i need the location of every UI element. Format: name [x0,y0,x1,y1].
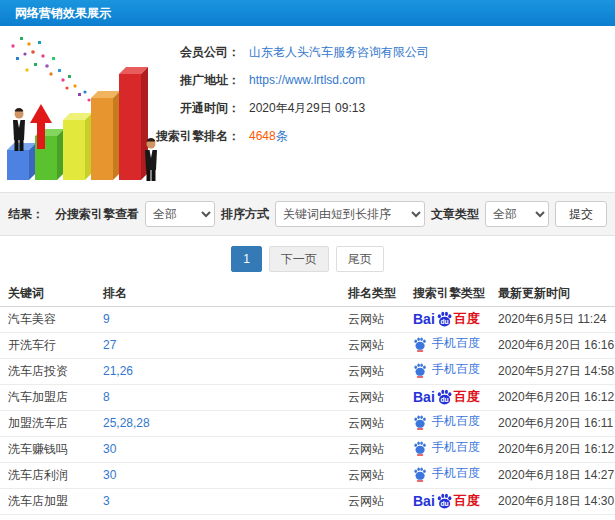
updated-time-cell: 2020年6月18日 14:30 [490,488,615,514]
keyword-cell: 洗车店利润 [0,462,95,488]
baidu-logo-cn: 百度 [454,388,480,406]
mobile-baidu-paw-icon [413,336,427,352]
table-row: 开洗车行27云网站 手机百度2020年6月20日 16:16 [0,332,615,358]
page-title: 网络营销效果展示 [15,5,111,22]
rank-type-cell: 云网站 [340,358,405,384]
mobile-baidu-logo: 手机百度 [413,413,480,430]
engine-filter-select[interactable]: 全部 [145,201,215,227]
sort-mode-label: 排序方式 [221,206,269,223]
header-keyword: 关键词 [0,281,95,306]
bar-orange [91,91,120,180]
growth-chart-illustration [3,28,165,190]
header-rank-type: 排名类型 [340,281,405,306]
rank-count-number: 4648 [249,129,276,143]
mobile-baidu-logo: 手机百度 [413,465,480,482]
keyword-cell: 加盟洗车店 [0,410,95,436]
bar-red [119,67,148,180]
baidu-logo-cn: 百度 [454,310,480,328]
engine-type-cell: 手机百度 [405,436,490,462]
svg-text:du: du [440,395,448,402]
mobile-baidu-logo: 手机百度 [413,361,480,378]
baidu-logo: Bai du百度 [413,388,480,407]
rank-link[interactable]: 30 [95,436,340,462]
keyword-cell: 洗车赚钱吗 [0,436,95,462]
baidu-logo: Bai du百度 [413,310,480,329]
rank-link[interactable]: 3 [95,488,340,514]
table-row: 加盟洗车店25,28,28云网站 手机百度2020年6月20日 16:11 [0,410,615,436]
table-row: 汽车加盟店8云网站Bai du百度2020年6月20日 16:12 [0,384,615,410]
member-info-panel: 会员公司： 山东老人头汽车服务咨询有限公司 推广地址： https://www.… [0,26,615,192]
mobile-baidu-label: 手机百度 [432,439,480,456]
results-table-body: 汽车美容9云网站Bai du百度2020年6月5日 11:24开洗车行27云网站… [0,306,615,514]
rank-type-cell: 云网站 [340,410,405,436]
promo-url-link[interactable]: https://www.lrtlsd.com [249,73,365,87]
baidu-logo: Bai du百度 [413,492,480,511]
baidu-logo-latin: Bai [413,389,435,405]
mobile-baidu-label: 手机百度 [432,413,480,430]
pagination-next-button[interactable]: 下一页 [269,246,329,272]
rank-type-cell: 云网站 [340,488,405,514]
bar-yellow [63,113,92,180]
baidu-paw-icon: du [436,388,453,407]
businessman-right [145,138,157,181]
keyword-cell: 洗车店加盟 [0,488,95,514]
result-label: 结果： [8,206,44,223]
rank-link[interactable]: 25,28,28 [95,410,340,436]
rank-type-cell: 云网站 [340,462,405,488]
company-name-link[interactable]: 山东老人头汽车服务咨询有限公司 [249,44,429,61]
rank-count-value: 4648条 [249,128,288,145]
engine-type-cell: Bai du百度 [405,384,490,410]
keyword-cell: 汽车美容 [0,306,95,332]
table-row: 汽车美容9云网站Bai du百度2020年6月5日 11:24 [0,306,615,332]
header-engine-type: 搜索引擎类型 [405,281,490,306]
svg-text:du: du [440,499,448,506]
article-type-label: 文章类型 [431,206,479,223]
rank-link[interactable]: 8 [95,384,340,410]
engine-type-cell: Bai du百度 [405,488,490,514]
rank-count-unit: 条 [276,129,288,143]
svg-text:du: du [440,317,448,324]
pagination-page-1[interactable]: 1 [231,246,262,272]
table-row: 洗车店投资21,26云网站 手机百度2020年5月27日 14:58 [0,358,615,384]
open-time-value: 2020年4月29日 09:13 [249,100,365,117]
mobile-baidu-label: 手机百度 [432,361,480,378]
mobile-baidu-label: 手机百度 [432,335,480,352]
mobile-baidu-paw-icon [413,414,427,430]
engine-type-cell: 手机百度 [405,332,490,358]
header-updated: 最新更新时间 [490,281,615,306]
table-header-row: 关键词 排名 排名类型 搜索引擎类型 最新更新时间 [0,281,615,306]
rank-type-cell: 云网站 [340,306,405,332]
mobile-baidu-paw-icon [413,362,427,378]
baidu-paw-icon: du [436,310,453,329]
updated-time-cell: 2020年6月20日 16:11 [490,410,615,436]
rank-link[interactable]: 30 [95,462,340,488]
rank-link[interactable]: 9 [95,306,340,332]
window-titlebar: 网络营销效果展示 [0,0,615,26]
mobile-baidu-logo: 手机百度 [413,439,480,456]
updated-time-cell: 2020年6月18日 14:27 [490,462,615,488]
filter-controls: 分搜索引擎查看 全部 排序方式 关键词由短到长排序 文章类型 全部 提交 [55,201,607,227]
header-rank: 排名 [95,281,340,306]
article-type-select[interactable]: 全部 [485,201,549,227]
engine-filter-label: 分搜索引擎查看 [55,206,139,223]
rank-type-cell: 云网站 [340,332,405,358]
rank-link[interactable]: 21,26 [95,358,340,384]
updated-time-cell: 2020年6月20日 16:16 [490,332,615,358]
baidu-logo-latin: Bai [413,311,435,327]
keyword-cell: 汽车加盟店 [0,384,95,410]
updated-time-cell: 2020年6月5日 11:24 [490,306,615,332]
pagination: 1 下一页 尾页 [0,236,615,281]
submit-button[interactable]: 提交 [555,201,607,227]
rank-link[interactable]: 27 [95,332,340,358]
pagination-last-button[interactable]: 尾页 [336,246,384,272]
updated-time-cell: 2020年6月20日 16:12 [490,436,615,462]
table-row: 洗车赚钱吗30云网站 手机百度2020年6月20日 16:12 [0,436,615,462]
table-row: 洗车店加盟3云网站Bai du百度2020年6月18日 14:30 [0,488,615,514]
engine-type-cell: 手机百度 [405,462,490,488]
updated-time-cell: 2020年5月27日 14:58 [490,358,615,384]
engine-type-cell: Bai du百度 [405,306,490,332]
baidu-paw-icon: du [436,492,453,511]
updated-time-cell: 2020年6月20日 16:12 [490,384,615,410]
keyword-cell: 洗车店投资 [0,358,95,384]
sort-mode-select[interactable]: 关键词由短到长排序 [275,201,425,227]
